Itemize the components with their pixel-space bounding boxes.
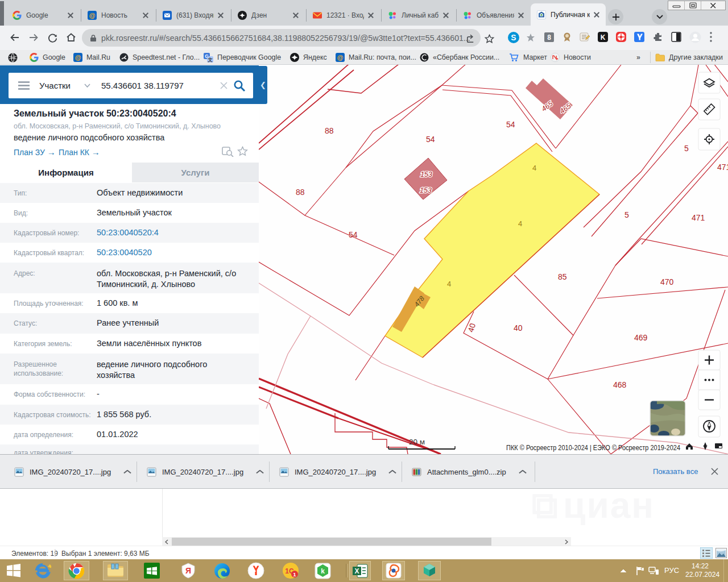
svg-text:文: 文 [208, 56, 213, 62]
svg-text:471: 471 [692, 213, 705, 222]
svg-text:5: 5 [624, 210, 629, 219]
svg-text:@: @ [89, 12, 96, 19]
svg-text:54: 54 [426, 135, 435, 144]
svg-text:1: 1 [293, 571, 296, 577]
svg-text:k: k [321, 567, 325, 575]
svg-text:4: 4 [518, 219, 522, 228]
svg-text:X: X [354, 567, 359, 575]
svg-text:85: 85 [558, 272, 567, 281]
svg-text:471: 471 [717, 163, 728, 172]
svg-text:88: 88 [325, 126, 334, 135]
svg-text:8: 8 [547, 34, 551, 41]
svg-text:20 м: 20 м [409, 438, 425, 446]
svg-text:@: @ [337, 54, 344, 61]
svg-text:ПКК © Росреестр 2010-2024 | ЕЭ: ПКК © Росреестр 2010-2024 | ЕЭКО © Росре… [506, 443, 680, 452]
svg-text:54: 54 [349, 230, 358, 239]
svg-text:468: 468 [613, 380, 627, 389]
svg-text:@: @ [75, 54, 81, 61]
svg-text:470: 470 [660, 277, 674, 286]
svg-text:469: 469 [634, 333, 648, 342]
svg-text:153: 153 [420, 186, 432, 194]
svg-text:Я: Я [185, 566, 191, 575]
svg-text:4: 4 [532, 164, 536, 172]
svg-text:40: 40 [514, 323, 523, 332]
svg-text:153: 153 [420, 171, 432, 178]
svg-text:5: 5 [684, 144, 689, 153]
svg-text:K: K [601, 34, 606, 41]
svg-text:S: S [511, 33, 516, 42]
svg-text:4: 4 [447, 280, 451, 288]
svg-text:54: 54 [506, 120, 515, 129]
svg-text:88: 88 [296, 188, 305, 197]
